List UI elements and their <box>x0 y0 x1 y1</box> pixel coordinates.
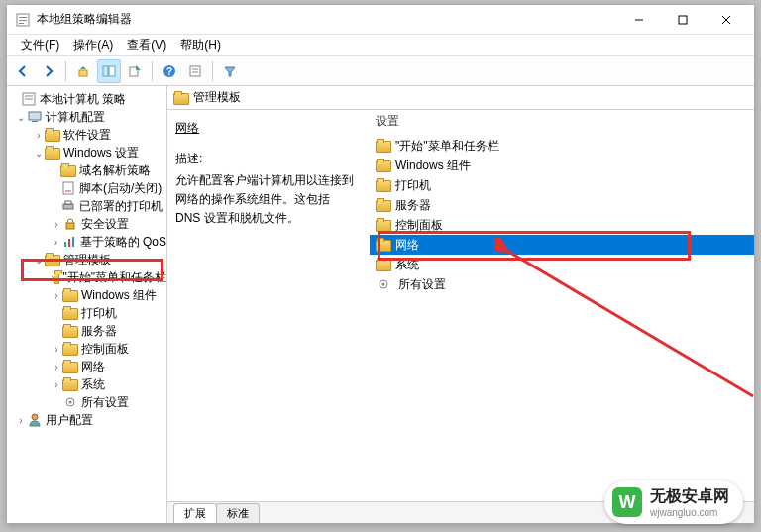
tree-label: 域名解析策略 <box>79 162 151 179</box>
list-label: 系统 <box>395 257 419 273</box>
tree-deployed-printers[interactable]: 已部署的打印机 <box>7 197 166 215</box>
tree-control-panel[interactable]: ›控制面板 <box>7 340 166 358</box>
tree-software-settings[interactable]: › 软件设置 <box>7 126 166 144</box>
list-pane[interactable]: 设置 "开始"菜单和任务栏 Windows 组件 打印机 服务器 控制面板 网络… <box>370 110 754 501</box>
chevron-down-icon[interactable]: ⌄ <box>33 148 45 159</box>
svg-rect-25 <box>66 223 74 229</box>
user-icon <box>27 412 43 428</box>
svg-rect-1 <box>19 17 27 18</box>
script-icon <box>60 180 76 196</box>
tree-label: 控制面板 <box>81 341 129 358</box>
folder-icon <box>376 200 391 212</box>
tree-label: 用户配置 <box>46 412 93 429</box>
tree-start-menu[interactable]: ›"开始"菜单和任务栏 <box>7 268 166 286</box>
chevron-right-icon[interactable]: › <box>51 237 61 248</box>
tree-computer-config[interactable]: ⌄ 计算机配置 <box>7 108 166 126</box>
lock-icon <box>62 216 78 232</box>
menu-view[interactable]: 查看(V) <box>121 35 172 55</box>
list-label: 控制面板 <box>395 217 443 234</box>
maximize-button[interactable] <box>661 6 705 34</box>
menu-action[interactable]: 操作(A) <box>67 35 119 55</box>
chevron-right-icon[interactable]: › <box>51 362 62 372</box>
up-button[interactable] <box>71 59 95 83</box>
chevron-right-icon[interactable]: › <box>51 379 62 390</box>
tree-server[interactable]: 服务器 <box>7 322 166 340</box>
list-label: Windows 组件 <box>395 158 471 174</box>
toolbar-sep <box>212 61 213 81</box>
properties-button[interactable] <box>183 59 207 83</box>
tree-label: Windows 组件 <box>81 287 157 304</box>
tree-dns-policy[interactable]: 域名解析策略 <box>7 161 166 179</box>
chevron-down-icon[interactable]: ⌄ <box>15 112 27 123</box>
tree-label: 服务器 <box>81 323 117 340</box>
menu-help[interactable]: 帮助(H) <box>174 35 227 55</box>
tree-root[interactable]: 本地计算机 策略 <box>7 90 166 108</box>
tree-all-settings[interactable]: 所有设置 <box>7 393 166 411</box>
svg-rect-22 <box>63 182 73 194</box>
folder-icon <box>376 160 391 172</box>
list-item-server[interactable]: 服务器 <box>370 195 754 215</box>
list-item-printers[interactable]: 打印机 <box>370 175 754 195</box>
tree-admin-templates[interactable]: ⌄ 管理模板 <box>7 251 166 268</box>
tree-security-settings[interactable]: ›安全设置 <box>7 215 166 233</box>
tree-windows-settings[interactable]: ⌄ Windows 设置 <box>7 144 166 161</box>
chevron-right-icon[interactable]: › <box>51 219 62 230</box>
folder-icon <box>62 379 78 391</box>
chevron-right-icon[interactable]: › <box>51 344 62 355</box>
chevron-right-icon[interactable]: › <box>33 130 45 141</box>
show-tree-button[interactable] <box>97 59 121 83</box>
svg-text:?: ? <box>166 66 172 77</box>
tree-label: 管理模板 <box>63 252 111 268</box>
tree-label: 网络 <box>81 359 105 375</box>
folder-icon <box>376 220 391 232</box>
menu-file[interactable]: 文件(F) <box>15 35 65 55</box>
chevron-right-icon[interactable]: › <box>15 415 27 426</box>
tab-extended[interactable]: 扩展 <box>173 503 217 523</box>
list-item-all-settings[interactable]: 所有设置 <box>370 274 754 294</box>
help-button[interactable]: ? <box>158 59 181 83</box>
list-item-control-panel[interactable]: 控制面板 <box>370 215 754 235</box>
filter-button[interactable] <box>218 59 242 83</box>
tree-scripts[interactable]: 脚本(启动/关闭) <box>7 179 166 197</box>
export-button[interactable] <box>123 59 147 83</box>
tree-qos[interactable]: ›基于策略的 QoS <box>7 233 166 251</box>
minimize-button[interactable] <box>617 6 661 34</box>
forward-button[interactable] <box>37 59 60 83</box>
folder-icon <box>54 272 59 284</box>
titlebar[interactable]: 本地组策略编辑器 <box>7 5 754 35</box>
tree-label: 所有设置 <box>81 394 129 411</box>
settings-icon <box>62 394 78 410</box>
svg-point-30 <box>69 401 72 404</box>
chevron-down-icon[interactable]: ⌄ <box>33 255 45 266</box>
tree-network[interactable]: ›网络 <box>7 358 166 375</box>
svg-rect-28 <box>72 237 74 247</box>
tree-user-config[interactable]: › 用户配置 <box>7 411 166 429</box>
back-button[interactable] <box>11 59 35 83</box>
tree-label: 打印机 <box>81 305 117 322</box>
tree-label: 计算机配置 <box>46 109 105 126</box>
toolbar-sep <box>152 61 153 81</box>
tree-windows-components[interactable]: ›Windows 组件 <box>7 286 166 304</box>
svg-rect-14 <box>190 66 200 76</box>
list-item-start-menu[interactable]: "开始"菜单和任务栏 <box>370 136 754 156</box>
folder-icon <box>376 240 391 252</box>
tree-system[interactable]: ›系统 <box>7 375 166 393</box>
tab-standard[interactable]: 标准 <box>216 503 260 523</box>
tree-pane[interactable]: 本地计算机 策略 ⌄ 计算机配置 › 软件设置 ⌄ Windows 设置 域名解… <box>7 86 167 523</box>
window-title: 本地组策略编辑器 <box>37 11 617 28</box>
list-item-system[interactable]: 系统 <box>370 255 754 274</box>
tree-label: 基于策略的 QoS <box>80 234 166 251</box>
svg-rect-20 <box>29 112 41 120</box>
close-button[interactable] <box>705 6 748 34</box>
watermark-title: 无极安卓网 <box>650 486 729 507</box>
list-item-windows-components[interactable]: Windows 组件 <box>370 156 754 175</box>
description-pane: 网络 描述: 允许配置客户端计算机用以连接到网络的操作系统组件。这包括 DNS … <box>167 110 366 501</box>
svg-rect-9 <box>103 66 108 76</box>
tree-label: 已部署的打印机 <box>79 198 163 215</box>
tree-printers[interactable]: 打印机 <box>7 304 166 322</box>
app-icon <box>15 12 31 28</box>
description-label: 描述: <box>175 151 354 167</box>
column-header-settings[interactable]: 设置 <box>370 110 405 133</box>
list-item-network[interactable]: 网络 <box>370 235 754 255</box>
chevron-right-icon[interactable]: › <box>51 290 62 301</box>
